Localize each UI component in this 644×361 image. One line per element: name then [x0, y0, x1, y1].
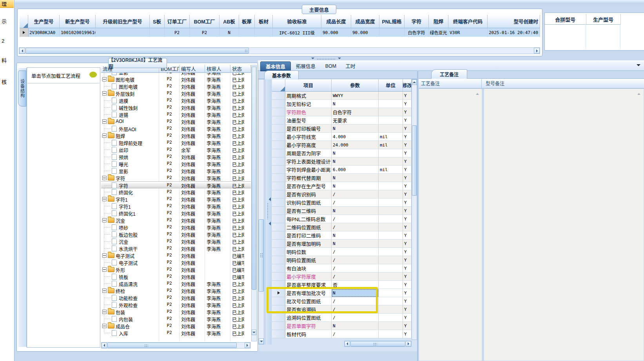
param-mod-cell[interactable]: Y	[403, 289, 412, 297]
tree-row[interactable]: 丝印P2余军李海燕已上网	[101, 146, 251, 153]
column-header[interactable]: 型号创建时	[488, 15, 540, 28]
expand-collapse-box[interactable]	[102, 176, 107, 180]
param-unit-cell[interactable]	[379, 264, 403, 273]
sidebar-item[interactable]: 核	[0, 78, 14, 85]
grid-cell[interactable]	[239, 28, 255, 37]
param-value-cell[interactable]: /	[332, 199, 379, 207]
grid-cell[interactable]: V30R	[448, 28, 488, 37]
param-unit-cell[interactable]	[379, 190, 403, 199]
notes-scroll-up-icon[interactable]	[637, 93, 640, 95]
param-unit-cell[interactable]	[379, 289, 403, 297]
param-name-cell[interactable]: 批次号位置图纸	[285, 297, 332, 305]
param-name-cell[interactable]: 是否有增加批次号	[285, 289, 332, 297]
param-value-cell[interactable]: N	[332, 149, 379, 157]
param-name-cell[interactable]: 是否有识别码	[285, 190, 332, 199]
grid-cell[interactable]: IPC-6012 III级	[273, 28, 321, 37]
param-name-cell[interactable]: 每PNL二维码总数	[285, 215, 332, 223]
param-value-cell[interactable]: /	[332, 190, 379, 199]
param-name-cell[interactable]: 最小字符高度	[285, 141, 332, 149]
param-name-cell[interactable]: 是否存在生产型号	[285, 182, 332, 190]
param-unit-cell[interactable]	[379, 231, 403, 240]
param-mod-cell[interactable]: Y	[403, 305, 412, 314]
param-unit-cell[interactable]	[379, 149, 403, 157]
scroll-left-button[interactable]	[345, 341, 350, 347]
param-mod-cell[interactable]: Y	[403, 322, 412, 330]
param-mod-cell[interactable]: Y	[403, 297, 412, 305]
param-unit-cell[interactable]	[379, 322, 403, 330]
param-mod-cell[interactable]: Y	[403, 182, 412, 190]
param-mod-cell[interactable]: Y	[403, 116, 412, 125]
select-all-header[interactable]	[20, 15, 28, 28]
tree-row[interactable]: 沉金P2刘伟巍李海燕已上网	[101, 238, 251, 245]
sidebar-item[interactable]: 示	[0, 17, 14, 24]
tab-main-info[interactable]: 主要信息	[302, 5, 336, 14]
param-value-cell[interactable]: 24.000	[332, 141, 379, 149]
expand-collapse-box[interactable]	[102, 324, 107, 328]
tree-column-header[interactable]: 编写人	[180, 65, 205, 73]
param-unit-cell[interactable]: mil	[379, 133, 403, 141]
tree-column-header[interactable]: 状态	[230, 65, 251, 73]
param-value-cell[interactable]: N	[332, 125, 379, 133]
param-mod-cell[interactable]: Y	[403, 248, 412, 256]
param-unit-cell[interactable]	[379, 305, 403, 314]
tree-row[interactable]: 电子测试P2刘伟巍已编写	[101, 259, 251, 266]
column-header[interactable]: 升级前旧生产型号	[96, 15, 150, 28]
scroll-down-button[interactable]	[259, 338, 264, 344]
column-header[interactable]: 订单工厂	[165, 15, 190, 28]
param-value-cell[interactable]: N	[332, 100, 379, 108]
param-unit-cell[interactable]	[379, 223, 403, 231]
column-header[interactable]: AB板	[220, 15, 239, 28]
param-name-cell[interactable]: 追溯码位置图纸	[285, 314, 332, 322]
param-value-cell[interactable]: /	[332, 305, 379, 314]
param-value-cell[interactable]: N	[332, 207, 379, 215]
param-value-cell[interactable]: /	[332, 314, 379, 322]
tree-row[interactable]: 沉金P2刘伟巍李海燕已上网	[101, 217, 251, 224]
grid-cell[interactable]: 2V30R0KJA0	[28, 28, 60, 37]
grid-cell[interactable]: P2	[165, 28, 190, 37]
sidebar-item[interactable]: 料	[0, 56, 14, 63]
scroll-right-button[interactable]	[534, 48, 540, 54]
param-name-cell[interactable]: 周期格式	[285, 92, 332, 100]
tree-row[interactable]: 内包装P2刘伟巍李海燕已上网	[101, 315, 251, 322]
tab-basic-params[interactable]: 基本参数	[264, 70, 299, 79]
param-value-cell[interactable]: /	[332, 248, 379, 256]
tree-row[interactable]: 电子测试P2刘伟巍已编写	[101, 252, 251, 259]
param-unit-cell[interactable]	[379, 297, 403, 305]
param-name-cell[interactable]: 字符颜色	[285, 108, 332, 116]
expand-collapse-box[interactable]	[102, 91, 107, 96]
tab-bom[interactable]: BOM	[321, 61, 340, 70]
tree-row[interactable]: 显影P2刘伟巍李海燕已上网	[101, 73, 251, 76]
tree-row[interactable]: 字符P2刘伟巍李海燕已上网	[101, 174, 251, 181]
param-mod-cell[interactable]: Y	[403, 281, 412, 289]
param-unit-cell[interactable]	[379, 314, 403, 322]
grid-cell[interactable]: N	[220, 28, 239, 37]
param-mod-cell[interactable]: Y	[403, 174, 412, 182]
tab-dropdown-icon[interactable]	[637, 64, 640, 68]
param-name-cell[interactable]: 是否有二维码	[285, 207, 332, 215]
param-value-cell[interactable]: /	[332, 297, 379, 305]
param-value-cell[interactable]: 否	[332, 281, 379, 289]
param-name-cell[interactable]: 字符框代替周期	[285, 174, 332, 182]
param-value-cell[interactable]: N	[332, 231, 379, 240]
param-unit-cell[interactable]	[379, 182, 403, 190]
merge-column-header[interactable]: 生产型号	[586, 14, 621, 25]
grid-cell[interactable]: 2025-01-16 20:47:40	[488, 28, 540, 37]
grid-cell[interactable]: 90.000	[351, 28, 379, 37]
notes-divider[interactable]	[417, 70, 418, 361]
param-column-header[interactable]: 单位	[379, 79, 403, 92]
scroll-right-button[interactable]	[406, 341, 411, 347]
tree-row[interactable]: AOIP2刘伟巍李海燕已上网	[101, 118, 251, 125]
param-mod-cell[interactable]: Y	[403, 92, 412, 100]
tab-process-notes[interactable]: 工艺备注	[431, 69, 467, 79]
param-name-cell[interactable]: 明码位置图纸	[285, 256, 332, 264]
tab-device-structure[interactable]: 设备结构	[18, 70, 26, 106]
param-mod-cell[interactable]: Y	[403, 207, 412, 215]
param-value-cell[interactable]: /	[332, 264, 379, 273]
expand-collapse-box[interactable]	[102, 267, 107, 272]
expand-collapse-box[interactable]	[102, 134, 107, 138]
param-unit-cell[interactable]	[379, 248, 403, 256]
vscroll-track[interactable]	[258, 79, 264, 345]
tree-row[interactable]: 预烘P2刘伟巍李海燕已上网	[101, 153, 251, 160]
hscroll-thumb[interactable]	[350, 341, 405, 347]
param-name-cell[interactable]: 有白油块	[285, 264, 332, 273]
